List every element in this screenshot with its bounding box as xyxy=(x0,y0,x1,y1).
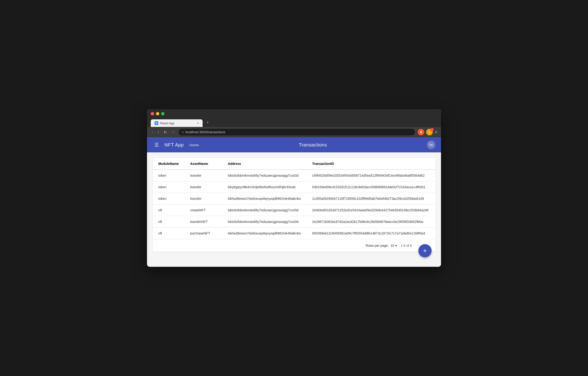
rows-per-page-chevron-icon: ▾ xyxy=(395,244,397,247)
page-body: ModuleName AssetName Address Transaction… xyxy=(147,158,441,267)
rows-per-page-label: Rows per page: xyxy=(366,244,389,247)
nav-actions: B ⚠ 1 ≡ xyxy=(418,129,437,135)
alert-badge: 1 xyxy=(430,128,434,131)
cell-asset: transfer xyxy=(184,193,222,205)
cell-address: lskha38ewso7do8zeuqx8qnyoqd8962mk48atknb… xyxy=(222,193,306,205)
cell-txid: 650399eb12c6459361a09c7f65554ddfe14673c1… xyxy=(306,228,435,239)
table-row[interactable]: tokentransferlskha38ewso7do8zeuqx8qnyoqd… xyxy=(153,193,435,205)
cell-address: lsktxksfsbmkmoto68y7edszaecgpnaxqqg7cs43… xyxy=(222,216,306,228)
bookmark-button[interactable]: ☆ xyxy=(170,129,176,135)
cell-address: lsktxksfsbmkmoto68y7edszaecgpnaxqqg7cs43… xyxy=(222,205,306,216)
transactions-table: ModuleName AssetName Address Transaction… xyxy=(153,158,435,239)
security-icon: ℹ xyxy=(182,131,184,134)
table-header: ModuleName AssetName Address Transaction… xyxy=(153,158,435,170)
rows-per-page-select[interactable]: 10 ▾ xyxy=(391,244,397,247)
cell-txid: 2e9d4a90162a971252ed1e5424a4a59a3200dce4… xyxy=(306,205,435,216)
cell-address: lskybgqryr9tk4m3rdp66ethaf6xurm6hj8c93ud… xyxy=(222,181,306,193)
cell-asset: transferNFT xyxy=(184,216,222,228)
cell-asset: transfer xyxy=(184,170,222,181)
close-button[interactable] xyxy=(151,112,154,115)
cell-module: token xyxy=(153,170,184,181)
col-header-address: Address xyxy=(222,158,306,170)
rows-per-page-value: 10 xyxy=(391,244,394,247)
header-row: ModuleName AssetName Address Transaction… xyxy=(153,158,435,170)
pagination-bar: Rows per page: 10 ▾ 1-6 of 6 ‹ › xyxy=(153,239,435,252)
tab-title: React App xyxy=(160,122,174,125)
maximize-button[interactable] xyxy=(161,112,164,115)
avatar: 56 xyxy=(427,141,435,149)
tab-favicon: R xyxy=(155,121,158,125)
cell-txid: 03b15ded09c41532d1f12c116c9eb3acc938b898… xyxy=(306,181,435,193)
brave-icon[interactable]: B xyxy=(418,129,424,135)
table-row[interactable]: nftcreateNFTlsktxksfsbmkmoto68y7edszaecg… xyxy=(153,205,435,216)
cell-module: token xyxy=(153,181,184,193)
nav-home-link[interactable]: Home xyxy=(189,143,199,147)
tab-close-button[interactable]: × xyxy=(197,121,199,125)
cell-asset: transfer xyxy=(184,181,222,193)
nav-bar: ‹ › ↻ ☆ ℹ localhost:3000/transactions B … xyxy=(147,127,441,137)
page-title: Transactions xyxy=(199,142,427,148)
active-tab[interactable]: R React App × xyxy=(151,119,203,127)
cell-module: nft xyxy=(153,216,184,228)
table-row[interactable]: tokentransferlsktxksfsbmkmoto68y7edszaec… xyxy=(153,170,435,181)
traffic-lights xyxy=(151,112,437,115)
new-tab-button[interactable]: + xyxy=(204,118,212,127)
cell-module: token xyxy=(153,193,184,205)
app-content: ☰ NFT App Home Transactions 56 ModuleNam… xyxy=(147,137,441,267)
cell-asset: purchaseNFT xyxy=(184,228,222,239)
reload-button[interactable]: ↻ xyxy=(163,129,168,135)
table-row[interactable]: nftpurchaseNFTlskha38ewso7do8zeuqx8qnyoq… xyxy=(153,228,435,239)
cell-txid: 2e29871b061bc87d2a2acd2b17b98c8c2faf3b96… xyxy=(306,216,435,228)
browser-chrome: R React App × + xyxy=(147,109,441,127)
cell-module: nft xyxy=(153,205,184,216)
col-header-module: ModuleName xyxy=(153,158,184,170)
menu-icon[interactable]: ≡ xyxy=(435,130,437,135)
rows-per-page-control: Rows per page: 10 ▾ xyxy=(366,244,397,247)
address-bar[interactable]: ℹ localhost:3000/transactions xyxy=(178,129,415,135)
hamburger-button[interactable]: ☰ xyxy=(153,140,161,150)
fab-add-button[interactable]: + xyxy=(418,244,431,257)
table-row[interactable]: tokentransferlskybgqryr9tk4m3rdp66ethaf6… xyxy=(153,181,435,193)
minimize-button[interactable] xyxy=(156,112,159,115)
alert-icon[interactable]: ⚠ 1 xyxy=(426,129,433,135)
url-text: localhost:3000/transactions xyxy=(185,130,225,134)
page-info: 1-6 of 6 xyxy=(401,244,412,247)
table-body: tokentransferlsktxksfsbmkmoto68y7edszaec… xyxy=(153,170,435,239)
table-row[interactable]: nfttransferNFTlsktxksfsbmkmoto68y7edszae… xyxy=(153,216,435,228)
browser-window: R React App × + ‹ › ↻ ☆ ℹ localhost:3000… xyxy=(147,109,441,267)
cell-address: lskha38ewso7do8zeuqx8qnyoqd8962mk48atknb… xyxy=(222,228,306,239)
cell-address: lsktxksfsbmkmoto68y7edszaecgpnaxqqg7cs43… xyxy=(222,170,306,181)
col-header-txid: TransactionID xyxy=(306,158,435,170)
transactions-table-container: ModuleName AssetName Address Transaction… xyxy=(153,158,435,252)
cell-txid: c69f4526d59e2d3534f454d006714d5ea513f949… xyxy=(306,170,435,181)
cell-module: nft xyxy=(153,228,184,239)
app-brand: NFT App xyxy=(164,142,184,148)
cell-asset: createNFT xyxy=(184,205,222,216)
cell-txid: 1c355a062992b7116f719550c102ff89d5ab7b0e… xyxy=(306,193,435,205)
forward-button[interactable]: › xyxy=(157,129,160,135)
tab-bar: R React App × + xyxy=(151,118,437,127)
col-header-asset: AssetName xyxy=(184,158,222,170)
app-navbar: ☰ NFT App Home Transactions 56 xyxy=(147,137,441,152)
back-button[interactable]: ‹ xyxy=(151,129,154,135)
